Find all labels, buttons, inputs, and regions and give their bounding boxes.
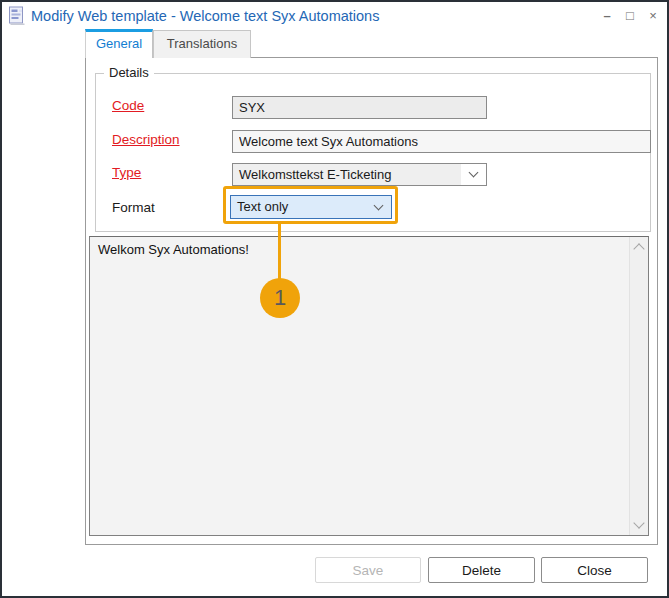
close-button[interactable]: Close (541, 557, 648, 583)
chevron-down-icon[interactable] (366, 196, 391, 218)
close-icon[interactable]: × (646, 9, 660, 23)
details-groupbox-label: Details (104, 65, 154, 80)
description-input[interactable] (232, 130, 651, 153)
format-dropdown[interactable]: Text only (230, 195, 392, 219)
title-bar: Modify Web template - Welcome text Syx A… (2, 2, 667, 30)
chevron-down-icon[interactable] (461, 164, 486, 185)
maximize-icon[interactable]: □ (623, 9, 637, 23)
modify-web-template-dialog: Modify Web template - Welcome text Syx A… (0, 0, 669, 598)
chevron-down-icon[interactable] (633, 517, 644, 528)
description-label: Description (112, 132, 180, 147)
chevron-up-icon[interactable] (633, 243, 644, 254)
delete-button[interactable]: Delete (428, 557, 535, 583)
type-label: Type (112, 165, 141, 180)
type-dropdown[interactable]: Welkomsttekst E-Ticketing (232, 163, 487, 186)
tab-general[interactable]: General (85, 29, 153, 58)
window-controls: – □ × (600, 2, 660, 30)
type-dropdown-value: Welkomsttekst E-Ticketing (233, 164, 461, 185)
save-button[interactable]: Save (315, 557, 421, 583)
template-body-text[interactable]: Welkom Syx Automations! (90, 237, 628, 535)
template-document-icon (8, 6, 26, 26)
code-input[interactable] (232, 96, 487, 119)
format-dropdown-value: Text only (231, 196, 366, 218)
minimize-icon[interactable]: – (600, 9, 614, 23)
template-body-editor[interactable]: Welkom Syx Automations! (89, 236, 649, 536)
window-title: Modify Web template - Welcome text Syx A… (31, 2, 379, 30)
format-label: Format (112, 200, 155, 215)
code-label: Code (112, 98, 144, 113)
tab-translations[interactable]: Translations (153, 30, 251, 58)
editor-scrollbar[interactable] (629, 237, 648, 535)
